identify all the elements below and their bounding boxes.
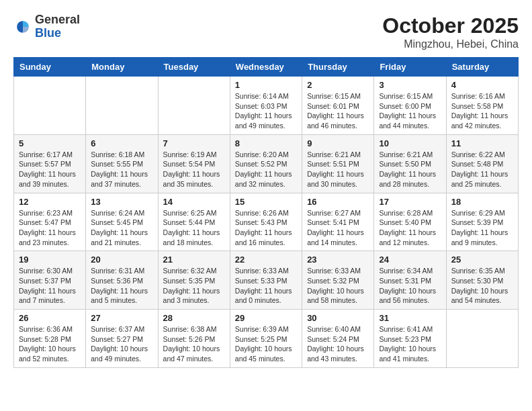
calendar-cell: 24Sunrise: 6:34 AM Sunset: 5:31 PM Dayli… bbox=[374, 251, 446, 310]
title-block: October 2025 Mingzhou, Hebei, China bbox=[382, 13, 519, 50]
weekday-header-tuesday: Tuesday bbox=[158, 58, 230, 77]
day-number: 2 bbox=[307, 80, 369, 90]
calendar-cell: 20Sunrise: 6:31 AM Sunset: 5:36 PM Dayli… bbox=[86, 251, 158, 310]
day-number: 12 bbox=[19, 197, 81, 207]
calendar-week-row: 12Sunrise: 6:23 AM Sunset: 5:47 PM Dayli… bbox=[14, 193, 519, 251]
day-info: Sunrise: 6:18 AM Sunset: 5:55 PM Dayligh… bbox=[91, 150, 152, 189]
day-number: 5 bbox=[19, 138, 81, 148]
calendar-cell: 9Sunrise: 6:21 AM Sunset: 5:51 PM Daylig… bbox=[302, 134, 374, 193]
calendar-cell: 6Sunrise: 6:18 AM Sunset: 5:55 PM Daylig… bbox=[86, 134, 158, 193]
calendar-week-row: 5Sunrise: 6:17 AM Sunset: 5:57 PM Daylig… bbox=[14, 134, 519, 193]
day-info: Sunrise: 6:33 AM Sunset: 5:33 PM Dayligh… bbox=[235, 266, 297, 306]
calendar-cell: 30Sunrise: 6:40 AM Sunset: 5:24 PM Dayli… bbox=[302, 310, 374, 368]
calendar-cell: 23Sunrise: 6:33 AM Sunset: 5:32 PM Dayli… bbox=[302, 251, 374, 310]
day-info: Sunrise: 6:32 AM Sunset: 5:35 PM Dayligh… bbox=[163, 266, 225, 306]
day-number: 22 bbox=[235, 255, 297, 265]
day-info: Sunrise: 6:26 AM Sunset: 5:43 PM Dayligh… bbox=[235, 208, 297, 248]
calendar-cell: 18Sunrise: 6:29 AM Sunset: 5:39 PM Dayli… bbox=[446, 193, 518, 251]
calendar-cell: 7Sunrise: 6:19 AM Sunset: 5:54 PM Daylig… bbox=[158, 134, 230, 193]
calendar-cell: 8Sunrise: 6:20 AM Sunset: 5:52 PM Daylig… bbox=[230, 134, 302, 193]
day-number: 7 bbox=[163, 138, 225, 148]
calendar-cell: 10Sunrise: 6:21 AM Sunset: 5:50 PM Dayli… bbox=[374, 134, 446, 193]
calendar-cell: 19Sunrise: 6:30 AM Sunset: 5:37 PM Dayli… bbox=[14, 251, 86, 310]
day-number: 20 bbox=[91, 255, 152, 265]
day-number: 14 bbox=[163, 197, 225, 207]
day-number: 13 bbox=[91, 197, 152, 207]
day-info: Sunrise: 6:15 AM Sunset: 6:01 PM Dayligh… bbox=[307, 91, 369, 131]
weekday-header-sunday: Sunday bbox=[14, 58, 86, 77]
day-number: 17 bbox=[379, 197, 441, 207]
day-number: 31 bbox=[379, 313, 441, 323]
calendar-cell: 5Sunrise: 6:17 AM Sunset: 5:57 PM Daylig… bbox=[14, 134, 86, 193]
logo-text: General Blue bbox=[35, 13, 80, 40]
day-number: 30 bbox=[307, 313, 369, 323]
calendar-cell: 17Sunrise: 6:28 AM Sunset: 5:40 PM Dayli… bbox=[374, 193, 446, 251]
day-number: 29 bbox=[235, 313, 297, 323]
day-info: Sunrise: 6:31 AM Sunset: 5:36 PM Dayligh… bbox=[91, 266, 152, 306]
calendar-cell bbox=[158, 77, 230, 135]
calendar-cell bbox=[14, 77, 86, 135]
day-number: 8 bbox=[235, 138, 297, 148]
day-info: Sunrise: 6:24 AM Sunset: 5:45 PM Dayligh… bbox=[91, 208, 152, 248]
day-number: 23 bbox=[307, 255, 369, 265]
day-info: Sunrise: 6:14 AM Sunset: 6:03 PM Dayligh… bbox=[235, 91, 297, 131]
day-info: Sunrise: 6:21 AM Sunset: 5:51 PM Dayligh… bbox=[307, 150, 369, 189]
location-subtitle: Mingzhou, Hebei, China bbox=[382, 38, 519, 50]
calendar-cell: 15Sunrise: 6:26 AM Sunset: 5:43 PM Dayli… bbox=[230, 193, 302, 251]
month-title: October 2025 bbox=[382, 13, 519, 38]
day-info: Sunrise: 6:19 AM Sunset: 5:54 PM Dayligh… bbox=[163, 150, 225, 189]
day-info: Sunrise: 6:40 AM Sunset: 5:24 PM Dayligh… bbox=[307, 324, 369, 364]
calendar-cell: 12Sunrise: 6:23 AM Sunset: 5:47 PM Dayli… bbox=[14, 193, 86, 251]
calendar-week-row: 19Sunrise: 6:30 AM Sunset: 5:37 PM Dayli… bbox=[14, 251, 519, 310]
day-number: 15 bbox=[235, 197, 297, 207]
calendar-table: SundayMondayTuesdayWednesdayThursdayFrid… bbox=[13, 57, 519, 368]
day-number: 10 bbox=[379, 138, 441, 148]
calendar-week-row: 1Sunrise: 6:14 AM Sunset: 6:03 PM Daylig… bbox=[14, 77, 519, 135]
day-info: Sunrise: 6:33 AM Sunset: 5:32 PM Dayligh… bbox=[307, 266, 369, 306]
calendar-cell: 3Sunrise: 6:15 AM Sunset: 6:00 PM Daylig… bbox=[374, 77, 446, 135]
day-number: 18 bbox=[451, 197, 513, 207]
day-number: 11 bbox=[451, 138, 513, 148]
weekday-header-monday: Monday bbox=[86, 58, 158, 77]
day-info: Sunrise: 6:29 AM Sunset: 5:39 PM Dayligh… bbox=[451, 208, 513, 248]
logo: General Blue bbox=[13, 13, 80, 40]
day-info: Sunrise: 6:36 AM Sunset: 5:28 PM Dayligh… bbox=[19, 324, 81, 364]
calendar-cell: 11Sunrise: 6:22 AM Sunset: 5:48 PM Dayli… bbox=[446, 134, 518, 193]
day-info: Sunrise: 6:15 AM Sunset: 6:00 PM Dayligh… bbox=[379, 91, 441, 131]
day-number: 28 bbox=[163, 313, 225, 323]
day-info: Sunrise: 6:16 AM Sunset: 5:58 PM Dayligh… bbox=[451, 91, 513, 131]
day-number: 6 bbox=[91, 138, 152, 148]
calendar-header-row: SundayMondayTuesdayWednesdayThursdayFrid… bbox=[14, 58, 519, 77]
calendar-cell: 29Sunrise: 6:39 AM Sunset: 5:25 PM Dayli… bbox=[230, 310, 302, 368]
calendar-cell: 22Sunrise: 6:33 AM Sunset: 5:33 PM Dayli… bbox=[230, 251, 302, 310]
day-number: 25 bbox=[451, 255, 513, 265]
page-header: General Blue October 2025 Mingzhou, Hebe… bbox=[13, 13, 519, 50]
calendar-week-row: 26Sunrise: 6:36 AM Sunset: 5:28 PM Dayli… bbox=[14, 310, 519, 368]
calendar-cell: 31Sunrise: 6:41 AM Sunset: 5:23 PM Dayli… bbox=[374, 310, 446, 368]
weekday-header-wednesday: Wednesday bbox=[230, 58, 302, 77]
day-info: Sunrise: 6:38 AM Sunset: 5:26 PM Dayligh… bbox=[163, 324, 225, 364]
day-info: Sunrise: 6:28 AM Sunset: 5:40 PM Dayligh… bbox=[379, 208, 441, 248]
calendar-cell: 13Sunrise: 6:24 AM Sunset: 5:45 PM Dayli… bbox=[86, 193, 158, 251]
calendar-cell: 27Sunrise: 6:37 AM Sunset: 5:27 PM Dayli… bbox=[86, 310, 158, 368]
day-info: Sunrise: 6:41 AM Sunset: 5:23 PM Dayligh… bbox=[379, 324, 441, 364]
calendar-cell: 28Sunrise: 6:38 AM Sunset: 5:26 PM Dayli… bbox=[158, 310, 230, 368]
day-number: 27 bbox=[91, 313, 152, 323]
calendar-cell: 16Sunrise: 6:27 AM Sunset: 5:41 PM Dayli… bbox=[302, 193, 374, 251]
calendar-cell bbox=[446, 310, 518, 368]
calendar-cell: 26Sunrise: 6:36 AM Sunset: 5:28 PM Dayli… bbox=[14, 310, 86, 368]
day-number: 4 bbox=[451, 80, 513, 90]
day-info: Sunrise: 6:35 AM Sunset: 5:30 PM Dayligh… bbox=[451, 266, 513, 306]
day-info: Sunrise: 6:20 AM Sunset: 5:52 PM Dayligh… bbox=[235, 150, 297, 189]
day-number: 1 bbox=[235, 80, 297, 90]
day-info: Sunrise: 6:25 AM Sunset: 5:44 PM Dayligh… bbox=[163, 208, 225, 248]
day-info: Sunrise: 6:30 AM Sunset: 5:37 PM Dayligh… bbox=[19, 266, 81, 306]
day-number: 16 bbox=[307, 197, 369, 207]
day-info: Sunrise: 6:22 AM Sunset: 5:48 PM Dayligh… bbox=[451, 150, 513, 189]
day-info: Sunrise: 6:39 AM Sunset: 5:25 PM Dayligh… bbox=[235, 324, 297, 364]
calendar-cell bbox=[86, 77, 158, 135]
day-number: 9 bbox=[307, 138, 369, 148]
day-info: Sunrise: 6:34 AM Sunset: 5:31 PM Dayligh… bbox=[379, 266, 441, 306]
calendar-cell: 14Sunrise: 6:25 AM Sunset: 5:44 PM Dayli… bbox=[158, 193, 230, 251]
calendar-cell: 2Sunrise: 6:15 AM Sunset: 6:01 PM Daylig… bbox=[302, 77, 374, 135]
